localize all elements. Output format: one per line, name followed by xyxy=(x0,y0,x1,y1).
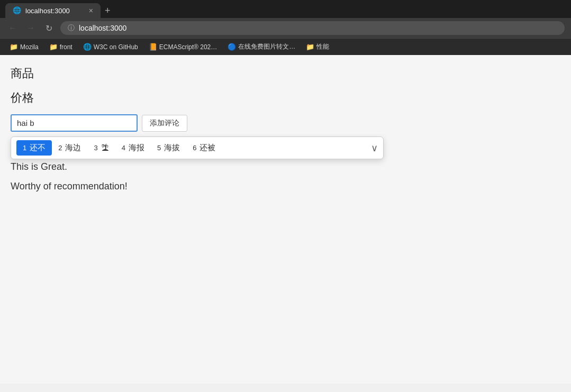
bookmark-perf-icon: 📁 xyxy=(306,43,314,51)
bookmark-front-label: front xyxy=(60,43,72,51)
address-info-icon: ⓘ xyxy=(68,23,75,33)
address-bar: ← → ↻ ⓘ localhost:3000 xyxy=(0,18,571,38)
item-text-4: 海报 xyxy=(129,143,144,153)
autocomplete-item-5[interactable]: 5 海拔 xyxy=(151,140,186,156)
autocomplete-item-6[interactable]: 6 还被 xyxy=(186,140,222,156)
item-text-2: 海边 xyxy=(65,143,81,153)
tab-title: localhost:3000 xyxy=(25,7,70,15)
comment-input[interactable] xyxy=(11,114,138,132)
browser-chrome: 🌐 localhost:3000 × + ← → ↻ ⓘ localhost:3… xyxy=(0,0,571,55)
item-num-1: 1 xyxy=(23,144,26,152)
autocomplete-item-4[interactable]: 4 海报 xyxy=(115,140,151,156)
bookmark-ecma[interactable]: 📙 ECMAScript® 202… xyxy=(144,41,222,52)
item-text-6: 还被 xyxy=(200,143,215,153)
comment-2: Worthy of recommendation! xyxy=(11,181,560,192)
forward-button[interactable]: → xyxy=(24,23,37,33)
autocomplete-item-3[interactable]: 3 🏝 xyxy=(87,141,115,155)
autocomplete-item-1[interactable]: 1 还不 xyxy=(16,140,52,156)
bookmark-w3c-label: W3C on GitHub xyxy=(94,43,138,51)
item-num-5: 5 xyxy=(157,144,161,152)
bookmark-folder-icon: 📁 xyxy=(10,43,18,51)
bookmark-w3c[interactable]: 🌐 W3C on GitHub xyxy=(79,41,142,52)
bookmark-front[interactable]: 📁 front xyxy=(45,41,77,52)
back-button[interactable]: ← xyxy=(6,23,19,33)
reload-button[interactable]: ↻ xyxy=(42,23,55,33)
address-input-wrap[interactable]: ⓘ localhost:3000 xyxy=(60,21,565,35)
item-text-1: 还不 xyxy=(30,143,46,153)
bookmarks-bar: 📁 Mozila 📁 front 🌐 W3C on GitHub 📙 ECMAS… xyxy=(0,38,571,55)
bookmark-online-img[interactable]: 🔵 在线免费图片转文… xyxy=(223,41,300,53)
new-tab-button[interactable]: + xyxy=(105,5,111,16)
autocomplete-item-2[interactable]: 2 海边 xyxy=(52,140,87,156)
tab-bar: 🌐 localhost:3000 × + xyxy=(0,0,571,18)
bookmark-globe-icon: 🌐 xyxy=(83,43,92,51)
tab-globe-icon: 🌐 xyxy=(13,6,21,15)
item-text-5: 海拔 xyxy=(164,143,180,153)
bookmark-ecma-icon: 📙 xyxy=(149,43,157,51)
bookmark-folder-icon-2: 📁 xyxy=(49,43,58,51)
page-content: 商品 价格 添加评论 1 还不 2 海边 3 🏝 4 海报 5 xyxy=(0,55,571,384)
bookmark-mozila[interactable]: 📁 Mozila xyxy=(5,41,43,52)
item-num-4: 4 xyxy=(122,144,125,152)
bookmark-online-icon: 🔵 xyxy=(228,43,236,51)
address-url: localhost:3000 xyxy=(79,24,126,32)
bookmark-online-label: 在线免费图片转文… xyxy=(238,42,295,51)
autocomplete-chevron-icon[interactable]: ∨ xyxy=(371,142,378,154)
comment-area: 添加评论 1 还不 2 海边 3 🏝 4 海报 5 海拔 xyxy=(11,114,560,132)
active-tab[interactable]: 🌐 localhost:3000 × xyxy=(5,3,101,18)
item-num-6: 6 xyxy=(193,144,196,152)
autocomplete-dropdown: 1 还不 2 海边 3 🏝 4 海报 5 海拔 6 还被 xyxy=(11,136,384,159)
price-heading: 价格 xyxy=(11,90,560,106)
comment-1: This is Great. xyxy=(11,161,560,172)
add-comment-button[interactable]: 添加评论 xyxy=(142,115,187,132)
bookmark-perf[interactable]: 📁 性能 xyxy=(302,41,333,53)
bookmark-perf-label: 性能 xyxy=(316,42,329,51)
item-emoji-3: 🏝 xyxy=(101,143,109,152)
item-num-2: 2 xyxy=(58,144,62,152)
item-num-3: 3 xyxy=(94,144,97,152)
bookmark-ecma-label: ECMAScript® 202… xyxy=(159,43,217,51)
product-heading: 商品 xyxy=(11,66,560,81)
bookmark-mozila-label: Mozila xyxy=(20,43,39,51)
tab-close-button[interactable]: × xyxy=(89,6,93,15)
